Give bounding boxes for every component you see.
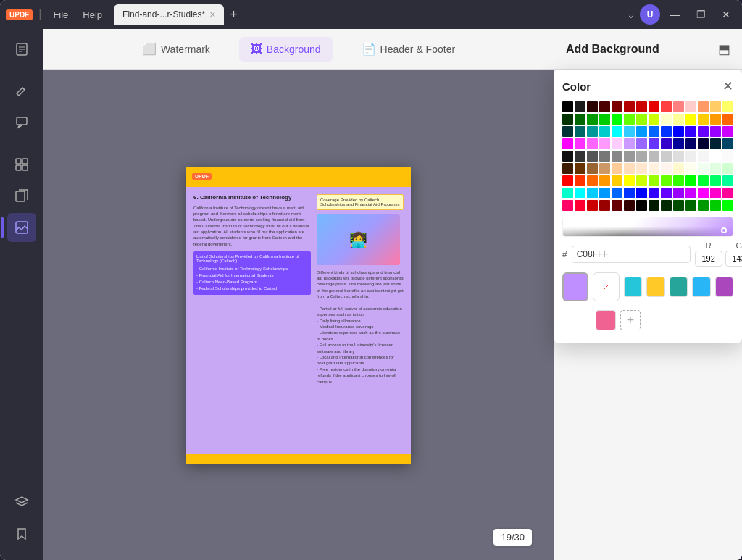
color-cell[interactable]: [710, 175, 721, 186]
saved-swatch-3[interactable]: [670, 277, 688, 297]
color-cell[interactable]: [698, 163, 709, 174]
color-cell[interactable]: [587, 163, 598, 174]
color-cell[interactable]: [685, 101, 696, 112]
color-cell[interactable]: [685, 114, 696, 125]
color-cell[interactable]: [698, 188, 709, 198]
color-cell[interactable]: [624, 188, 635, 198]
color-cell[interactable]: [722, 188, 733, 198]
color-cell[interactable]: [661, 126, 672, 137]
color-cell[interactable]: [685, 151, 696, 162]
color-cell[interactable]: [624, 175, 635, 186]
color-cell[interactable]: [685, 163, 696, 174]
color-cell[interactable]: [636, 138, 647, 149]
color-cell[interactable]: [722, 151, 733, 162]
color-cell[interactable]: [649, 175, 659, 186]
color-cell[interactable]: [710, 200, 721, 211]
color-cell[interactable]: [673, 188, 684, 198]
color-cell[interactable]: [661, 188, 672, 198]
color-cell[interactable]: [587, 200, 598, 211]
color-cell[interactable]: [599, 114, 610, 125]
color-cell[interactable]: [587, 126, 598, 137]
color-cell[interactable]: [673, 101, 684, 112]
saved-swatch-4[interactable]: [692, 277, 710, 297]
color-cell[interactable]: [612, 114, 622, 125]
color-cell[interactable]: [661, 114, 672, 125]
color-cell[interactable]: [599, 188, 610, 198]
color-cell[interactable]: [698, 114, 709, 125]
color-cell[interactable]: [599, 163, 610, 174]
color-picker-cursor[interactable]: [721, 227, 727, 233]
color-cell[interactable]: [673, 151, 684, 162]
close-button[interactable]: ✕: [716, 7, 736, 22]
color-cell[interactable]: [587, 151, 598, 162]
color-cell[interactable]: [636, 175, 647, 186]
color-cell[interactable]: [599, 138, 610, 149]
color-cell[interactable]: [649, 188, 659, 198]
color-cell[interactable]: [698, 101, 709, 112]
color-cell[interactable]: [575, 151, 585, 162]
color-cell[interactable]: [624, 151, 635, 162]
color-cell[interactable]: [612, 188, 622, 198]
current-color-swatch[interactable]: [562, 272, 588, 301]
color-cell[interactable]: [698, 126, 709, 137]
color-cell[interactable]: [710, 138, 721, 149]
tab-background[interactable]: 🖼 Background: [239, 37, 333, 62]
color-cell[interactable]: [661, 151, 672, 162]
color-cell[interactable]: [612, 163, 622, 174]
color-cell[interactable]: [562, 126, 573, 137]
hex-input[interactable]: [572, 246, 691, 263]
color-cell[interactable]: [661, 138, 672, 149]
color-cell[interactable]: [562, 175, 573, 186]
color-cell[interactable]: [661, 163, 672, 174]
color-cell[interactable]: [587, 138, 598, 149]
color-cell[interactable]: [624, 114, 635, 125]
color-cell[interactable]: [599, 151, 610, 162]
color-cell[interactable]: [722, 200, 733, 211]
sidebar-icon-organize[interactable]: [7, 149, 36, 178]
tab-header-footer[interactable]: 📄 Header & Footer: [350, 36, 467, 62]
color-cell[interactable]: [636, 163, 647, 174]
color-cell[interactable]: [612, 126, 622, 137]
color-cell[interactable]: [599, 175, 610, 186]
color-cell[interactable]: [698, 200, 709, 211]
color-cell[interactable]: [722, 138, 733, 149]
maximize-button[interactable]: ❐: [691, 7, 712, 22]
color-spectrum-strip[interactable]: [562, 217, 733, 237]
color-cell[interactable]: [599, 126, 610, 137]
color-cell[interactable]: [673, 163, 684, 174]
color-cell[interactable]: [562, 188, 573, 198]
color-cell[interactable]: [685, 138, 696, 149]
color-cell[interactable]: [685, 200, 696, 211]
color-picker-close-button[interactable]: ✕: [722, 78, 733, 94]
no-color-swatch[interactable]: ⟋: [593, 272, 619, 301]
color-cell[interactable]: [575, 163, 585, 174]
color-cell[interactable]: [710, 114, 721, 125]
saved-swatch-1[interactable]: [624, 277, 642, 297]
color-cell[interactable]: [673, 175, 684, 186]
color-cell[interactable]: [624, 138, 635, 149]
new-tab-button[interactable]: +: [227, 7, 241, 22]
saved-swatch-6[interactable]: [596, 310, 616, 330]
color-cell[interactable]: [636, 101, 647, 112]
color-cell[interactable]: [649, 126, 659, 137]
color-cell[interactable]: [599, 101, 610, 112]
color-cell[interactable]: [587, 188, 598, 198]
color-cell[interactable]: [722, 126, 733, 137]
color-cell[interactable]: [673, 114, 684, 125]
color-cell[interactable]: [722, 114, 733, 125]
color-cell[interactable]: [636, 188, 647, 198]
minimize-button[interactable]: —: [664, 7, 686, 22]
sidebar-icon-comment[interactable]: [7, 108, 36, 137]
menu-help[interactable]: Help: [77, 7, 108, 23]
color-cell[interactable]: [685, 126, 696, 137]
user-avatar[interactable]: U: [640, 4, 660, 25]
menu-file[interactable]: File: [47, 7, 74, 23]
color-cell[interactable]: [649, 200, 659, 211]
add-swatch-button[interactable]: +: [620, 310, 641, 330]
color-cell[interactable]: [575, 188, 585, 198]
sidebar-icon-bookmark[interactable]: [7, 519, 36, 548]
color-cell[interactable]: [661, 101, 672, 112]
color-cell[interactable]: [562, 200, 573, 211]
color-cell[interactable]: [710, 101, 721, 112]
color-cell[interactable]: [673, 138, 684, 149]
